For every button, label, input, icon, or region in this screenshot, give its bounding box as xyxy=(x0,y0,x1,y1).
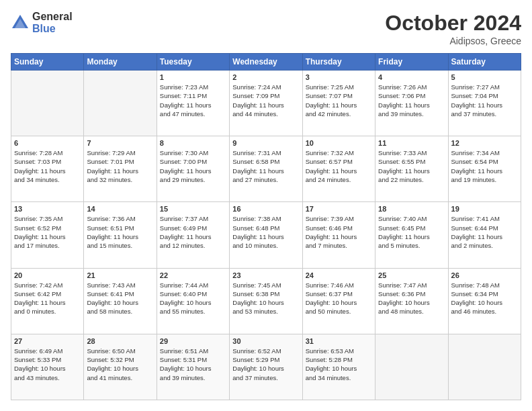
calendar-table: Sunday Monday Tuesday Wednesday Thursday… xyxy=(11,53,521,400)
day-number: 19 xyxy=(451,205,518,213)
day-info: Sunrise: 7:27 AM Sunset: 7:04 PM Dayligh… xyxy=(451,83,518,118)
day-number: 6 xyxy=(14,139,81,147)
day-number: 24 xyxy=(306,271,372,279)
day-number: 17 xyxy=(306,205,372,213)
table-row: 13Sunrise: 7:35 AM Sunset: 6:52 PM Dayli… xyxy=(11,202,84,268)
day-info: Sunrise: 7:35 AM Sunset: 6:52 PM Dayligh… xyxy=(14,214,81,250)
table-row: 1Sunrise: 7:23 AM Sunset: 7:11 PM Daylig… xyxy=(157,71,229,136)
day-number: 31 xyxy=(306,337,372,345)
day-number: 27 xyxy=(14,337,81,345)
day-number: 10 xyxy=(306,139,372,147)
table-row: 3Sunrise: 7:25 AM Sunset: 7:07 PM Daylig… xyxy=(302,71,375,136)
location: Aidipsos, Greece xyxy=(385,36,521,46)
day-info: Sunrise: 7:43 AM Sunset: 6:41 PM Dayligh… xyxy=(87,281,153,316)
table-row: 12Sunrise: 7:34 AM Sunset: 6:54 PM Dayli… xyxy=(448,136,521,202)
logo: General Blue xyxy=(11,11,73,35)
day-number: 4 xyxy=(378,73,445,81)
day-number: 8 xyxy=(160,139,226,147)
month-title: October 2024 xyxy=(385,11,521,36)
calendar-header-row: Sunday Monday Tuesday Wednesday Thursday… xyxy=(11,54,521,71)
table-row: 2Sunrise: 7:24 AM Sunset: 7:09 PM Daylig… xyxy=(230,71,302,136)
day-number: 21 xyxy=(87,271,153,279)
day-info: Sunrise: 7:45 AM Sunset: 6:38 PM Dayligh… xyxy=(232,281,299,316)
day-info: Sunrise: 7:47 AM Sunset: 6:36 PM Dayligh… xyxy=(378,281,445,316)
day-number: 3 xyxy=(306,73,372,81)
day-number: 18 xyxy=(378,205,445,213)
title-block: October 2024 Aidipsos, Greece xyxy=(385,11,521,46)
day-number: 28 xyxy=(87,337,153,345)
col-friday: Friday xyxy=(375,54,448,71)
day-info: Sunrise: 7:25 AM Sunset: 7:07 PM Dayligh… xyxy=(306,83,372,118)
table-row: 11Sunrise: 7:33 AM Sunset: 6:55 PM Dayli… xyxy=(375,136,448,202)
table-row xyxy=(11,71,84,136)
day-info: Sunrise: 7:36 AM Sunset: 6:51 PM Dayligh… xyxy=(87,214,153,250)
table-row: 23Sunrise: 7:45 AM Sunset: 6:38 PM Dayli… xyxy=(230,268,302,334)
table-row xyxy=(375,334,448,400)
table-row: 25Sunrise: 7:47 AM Sunset: 6:36 PM Dayli… xyxy=(375,268,448,334)
day-info: Sunrise: 7:44 AM Sunset: 6:40 PM Dayligh… xyxy=(160,281,226,316)
table-row: 16Sunrise: 7:38 AM Sunset: 6:48 PM Dayli… xyxy=(230,202,302,268)
table-row: 14Sunrise: 7:36 AM Sunset: 6:51 PM Dayli… xyxy=(84,202,157,268)
day-info: Sunrise: 7:28 AM Sunset: 7:03 PM Dayligh… xyxy=(14,148,81,184)
header: General Blue October 2024 Aidipsos, Gree… xyxy=(11,11,521,46)
page: General Blue October 2024 Aidipsos, Gree… xyxy=(0,0,532,411)
table-row: 7Sunrise: 7:29 AM Sunset: 7:01 PM Daylig… xyxy=(84,136,157,202)
table-row: 5Sunrise: 7:27 AM Sunset: 7:04 PM Daylig… xyxy=(448,71,521,136)
table-row: 24Sunrise: 7:46 AM Sunset: 6:37 PM Dayli… xyxy=(302,268,375,334)
day-info: Sunrise: 7:38 AM Sunset: 6:48 PM Dayligh… xyxy=(232,214,299,250)
table-row: 15Sunrise: 7:37 AM Sunset: 6:49 PM Dayli… xyxy=(157,202,229,268)
table-row: 22Sunrise: 7:44 AM Sunset: 6:40 PM Dayli… xyxy=(157,268,229,334)
table-row: 27Sunrise: 6:49 AM Sunset: 5:33 PM Dayli… xyxy=(11,334,84,400)
col-wednesday: Wednesday xyxy=(230,54,302,71)
day-info: Sunrise: 7:24 AM Sunset: 7:09 PM Dayligh… xyxy=(232,83,299,118)
day-info: Sunrise: 6:49 AM Sunset: 5:33 PM Dayligh… xyxy=(14,347,81,382)
logo-text: General Blue xyxy=(32,11,73,35)
day-number: 30 xyxy=(232,337,299,345)
day-info: Sunrise: 7:33 AM Sunset: 6:55 PM Dayligh… xyxy=(378,148,445,184)
col-monday: Monday xyxy=(84,54,157,71)
day-number: 9 xyxy=(232,139,299,147)
day-info: Sunrise: 7:31 AM Sunset: 6:58 PM Dayligh… xyxy=(232,148,299,184)
day-number: 12 xyxy=(451,139,518,147)
col-sunday: Sunday xyxy=(11,54,84,71)
table-row: 17Sunrise: 7:39 AM Sunset: 6:46 PM Dayli… xyxy=(302,202,375,268)
table-row: 20Sunrise: 7:42 AM Sunset: 6:42 PM Dayli… xyxy=(11,268,84,334)
day-info: Sunrise: 7:39 AM Sunset: 6:46 PM Dayligh… xyxy=(306,214,372,250)
day-number: 26 xyxy=(451,271,518,279)
col-tuesday: Tuesday xyxy=(157,54,229,71)
table-row xyxy=(448,334,521,400)
table-row: 18Sunrise: 7:40 AM Sunset: 6:45 PM Dayli… xyxy=(375,202,448,268)
day-number: 15 xyxy=(160,205,226,213)
day-number: 2 xyxy=(232,73,299,81)
table-row: 28Sunrise: 6:50 AM Sunset: 5:32 PM Dayli… xyxy=(84,334,157,400)
day-number: 23 xyxy=(232,271,299,279)
table-row: 19Sunrise: 7:41 AM Sunset: 6:44 PM Dayli… xyxy=(448,202,521,268)
day-info: Sunrise: 7:40 AM Sunset: 6:45 PM Dayligh… xyxy=(378,214,445,250)
day-info: Sunrise: 7:37 AM Sunset: 6:49 PM Dayligh… xyxy=(160,214,226,250)
day-number: 1 xyxy=(160,73,226,81)
table-row: 30Sunrise: 6:52 AM Sunset: 5:29 PM Dayli… xyxy=(230,334,302,400)
day-number: 25 xyxy=(378,271,445,279)
col-saturday: Saturday xyxy=(448,54,521,71)
day-info: Sunrise: 6:50 AM Sunset: 5:32 PM Dayligh… xyxy=(87,347,153,382)
day-info: Sunrise: 7:41 AM Sunset: 6:44 PM Dayligh… xyxy=(451,214,518,250)
day-info: Sunrise: 7:26 AM Sunset: 7:06 PM Dayligh… xyxy=(378,83,445,118)
table-row: 8Sunrise: 7:30 AM Sunset: 7:00 PM Daylig… xyxy=(157,136,229,202)
table-row: 10Sunrise: 7:32 AM Sunset: 6:57 PM Dayli… xyxy=(302,136,375,202)
day-number: 14 xyxy=(87,205,153,213)
day-number: 11 xyxy=(378,139,445,147)
table-row: 9Sunrise: 7:31 AM Sunset: 6:58 PM Daylig… xyxy=(230,136,302,202)
day-info: Sunrise: 7:29 AM Sunset: 7:01 PM Dayligh… xyxy=(87,148,153,184)
table-row: 21Sunrise: 7:43 AM Sunset: 6:41 PM Dayli… xyxy=(84,268,157,334)
logo-icon xyxy=(11,13,30,32)
day-number: 22 xyxy=(160,271,226,279)
day-info: Sunrise: 6:52 AM Sunset: 5:29 PM Dayligh… xyxy=(232,347,299,382)
day-info: Sunrise: 6:51 AM Sunset: 5:31 PM Dayligh… xyxy=(160,347,226,382)
day-info: Sunrise: 7:34 AM Sunset: 6:54 PM Dayligh… xyxy=(451,148,518,184)
day-number: 5 xyxy=(451,73,518,81)
table-row xyxy=(84,71,157,136)
col-thursday: Thursday xyxy=(302,54,375,71)
day-number: 13 xyxy=(14,205,81,213)
day-number: 16 xyxy=(232,205,299,213)
table-row: 29Sunrise: 6:51 AM Sunset: 5:31 PM Dayli… xyxy=(157,334,229,400)
